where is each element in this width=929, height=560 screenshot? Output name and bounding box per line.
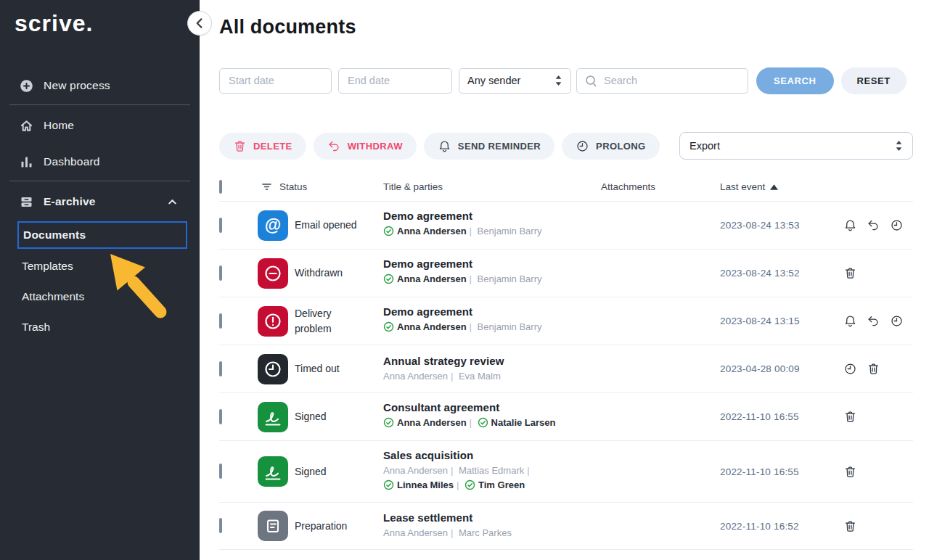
status-label: Withdrawn xyxy=(294,265,361,280)
column-header-status[interactable]: Status xyxy=(279,181,307,192)
table-row[interactable]: Timed outAnnual strategy reviewAnna Ande… xyxy=(219,345,913,392)
row-undo-icon[interactable] xyxy=(867,314,880,328)
row-checkbox[interactable] xyxy=(219,313,222,329)
sidebar-item-e-archive[interactable]: E-archive xyxy=(19,192,188,211)
status-document-icon xyxy=(258,511,288,541)
row-trash-icon[interactable] xyxy=(843,519,857,533)
sidebar-item-new-process[interactable]: New process xyxy=(19,76,188,95)
prolong-label: PROLONG xyxy=(596,141,646,152)
search-input[interactable] xyxy=(576,68,748,94)
table-row[interactable]: PreparationLease settlementAnna Andersen… xyxy=(219,502,913,550)
documents-table: Status Title & parties Attachments Last … xyxy=(219,173,913,550)
party-name: Anna Andersen xyxy=(383,371,448,382)
row-checkbox[interactable] xyxy=(219,518,222,533)
row-checkbox[interactable] xyxy=(219,409,222,424)
row-clock-icon[interactable] xyxy=(843,362,857,376)
reset-button[interactable]: RESET xyxy=(841,67,907,94)
sidebar-item-templates[interactable]: Templates xyxy=(22,258,73,275)
withdraw-button[interactable]: WITHDRAW xyxy=(314,133,417,160)
row-actions xyxy=(838,218,913,232)
check-circle-icon xyxy=(383,417,394,432)
column-header-last-event[interactable]: Last event xyxy=(720,181,838,192)
export-select-value: Export xyxy=(689,140,720,152)
row-bell-icon[interactable] xyxy=(843,218,857,232)
delete-button[interactable]: DELETE xyxy=(219,133,306,160)
row-checkbox[interactable] xyxy=(219,265,222,281)
party-name: Marc Parkes xyxy=(459,527,512,538)
row-bell-icon[interactable] xyxy=(843,314,857,328)
party-name: Tim Green xyxy=(464,479,525,490)
sidebar-item-home[interactable]: Home xyxy=(19,116,188,135)
party-separator: | xyxy=(448,527,456,538)
row-checkbox[interactable] xyxy=(219,218,222,233)
select-arrows-icon xyxy=(554,75,562,86)
table-header-row: Status Title & parties Attachments Last … xyxy=(219,173,913,201)
table-row[interactable]: SignedSales acquisitionAnna Andersen| Ma… xyxy=(219,440,913,502)
filter-bar: Any sender SEARCH RESET xyxy=(219,67,907,94)
row-trash-icon[interactable] xyxy=(843,410,857,424)
table-row[interactable]: WithdrawnDemo agreementAnna Andersen| Be… xyxy=(219,249,913,297)
sidebar-item-dashboard[interactable]: Dashboard xyxy=(19,152,188,171)
export-select[interactable]: Export xyxy=(679,132,913,160)
status-label: Email opened xyxy=(294,218,361,232)
prolong-button[interactable]: PROLONG xyxy=(562,133,660,160)
search-button[interactable]: SEARCH xyxy=(756,67,834,94)
status-label: Signed xyxy=(294,464,361,479)
document-parties: Anna Andersen| Benjamin Barry xyxy=(383,224,576,241)
party-name: Anna Andersen xyxy=(383,273,467,284)
sender-select[interactable]: Any sender xyxy=(459,68,571,94)
party-name: Benjamin Barry xyxy=(478,321,542,332)
party-separator: | xyxy=(467,273,475,284)
status-alert-circle-icon xyxy=(258,306,288,337)
status-label: Timed out xyxy=(294,361,361,376)
select-all-checkbox[interactable] xyxy=(219,180,222,194)
document-title: Sales acquisition xyxy=(383,449,586,461)
row-undo-icon[interactable] xyxy=(867,218,880,232)
sidebar-item-documents[interactable]: Documents xyxy=(17,221,187,249)
row-trash-icon[interactable] xyxy=(867,362,880,376)
table-row[interactable]: @Email openedDemo agreementAnna Andersen… xyxy=(219,201,913,249)
row-trash-icon[interactable] xyxy=(843,266,857,280)
row-clock-icon[interactable] xyxy=(890,218,904,232)
check-circle-icon xyxy=(383,321,394,337)
sidebar-item-label: Templates xyxy=(22,260,73,273)
row-checkbox[interactable] xyxy=(219,361,222,376)
title-and-parties[interactable]: Lease settlementAnna Andersen| Marc Park… xyxy=(383,503,601,548)
collapse-sidebar-button[interactable] xyxy=(187,11,212,36)
party-separator: | xyxy=(448,465,456,476)
document-parties: Anna Andersen| Benjamin Barry xyxy=(383,272,576,289)
table-row[interactable]: Delivery problemDemo agreementAnna Ander… xyxy=(219,297,913,345)
title-and-parties[interactable]: Demo agreementAnna Andersen| Benjamin Ba… xyxy=(383,297,601,345)
title-and-parties[interactable]: Sales acquisitionAnna Andersen| Mattias … xyxy=(383,441,601,502)
start-date-input[interactable] xyxy=(219,68,332,94)
row-checkbox[interactable] xyxy=(219,464,222,479)
title-and-parties[interactable]: Demo agreementAnna Andersen| Benjamin Ba… xyxy=(383,202,601,249)
row-actions xyxy=(838,519,913,533)
title-and-parties[interactable]: Consultant agreementAnna Andersen| Natal… xyxy=(383,393,601,440)
sidebar-item-label: E-archive xyxy=(44,195,96,208)
document-title: Demo agreement xyxy=(383,258,586,270)
trash-icon xyxy=(233,139,247,153)
last-event-time: 2023-08-24 13:52 xyxy=(720,268,838,279)
column-header-attachments[interactable]: Attachments xyxy=(601,181,720,192)
column-header-title[interactable]: Title & parties xyxy=(383,181,601,192)
archive-icon xyxy=(19,194,34,210)
row-actions xyxy=(838,314,913,328)
sidebar-item-trash[interactable]: Trash xyxy=(22,318,50,336)
send-reminder-button[interactable]: SEND REMINDER xyxy=(424,133,554,160)
clock-icon xyxy=(576,139,589,153)
title-and-parties[interactable]: Demo agreementAnna Andersen| Benjamin Ba… xyxy=(383,250,601,297)
filter-icon[interactable] xyxy=(261,181,273,193)
document-title: Lease settlement xyxy=(383,511,586,524)
sidebar-item-label: Documents xyxy=(23,228,86,242)
party-name: Benjamin Barry xyxy=(478,273,542,284)
row-actions xyxy=(838,465,913,479)
end-date-input[interactable] xyxy=(338,68,452,94)
row-clock-icon[interactable] xyxy=(890,314,904,328)
table-row[interactable]: SignedConsultant agreementAnna Andersen|… xyxy=(219,392,913,440)
row-trash-icon[interactable] xyxy=(843,465,857,479)
title-and-parties[interactable]: Annual strategy reviewAnna Andersen| Eva… xyxy=(383,347,601,392)
status-clock-status-icon xyxy=(258,354,288,384)
document-title: Demo agreement xyxy=(383,305,586,318)
sidebar-item-attachments[interactable]: Attachments xyxy=(22,288,84,305)
